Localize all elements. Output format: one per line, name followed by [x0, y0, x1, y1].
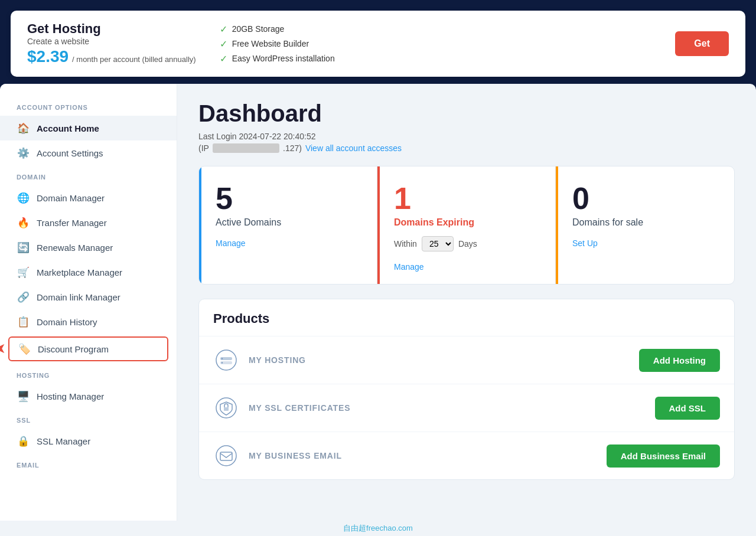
sidebar-item-ssl-manager[interactable]: 🔒 SSL Manager	[0, 429, 177, 453]
stat-card-domains-expiring: 1 Domains Expiring Within 25 30 60 90 Da…	[377, 166, 556, 284]
domains-sale-setup-link[interactable]: Set Up	[572, 238, 598, 248]
hosting-icon: 🖥️	[17, 390, 30, 403]
ip-line: (IP ███████████ .127) View all account a…	[198, 143, 735, 153]
watermark: 自由超freechao.com	[0, 521, 756, 536]
hosting-label: HOSTING	[0, 364, 177, 384]
email-product-label: MY BUSINESS EMAIL	[249, 451, 597, 460]
products-title: Products	[199, 299, 734, 336]
active-domains-label: Active Domains	[216, 217, 360, 228]
ip-address-blurred: ███████████	[213, 143, 279, 153]
promo-feature-label-2: Free Website Builder	[232, 39, 309, 48]
stats-row: 5 Active Domains Manage 1 Domains Expiri…	[198, 166, 735, 285]
sidebar-item-account-home[interactable]: 🏠 Account Home	[0, 116, 177, 140]
ssl-label: SSL	[0, 408, 177, 429]
last-login-label: Last Login	[198, 132, 237, 141]
ip-label: (IP	[198, 143, 209, 153]
main-container: ACCOUNT OPTIONS 🏠 Account Home ⚙️ Accoun…	[0, 84, 756, 521]
promo-feature-1: ✓ 20GB Storage	[220, 24, 652, 35]
active-domains-number: 5	[216, 183, 360, 214]
add-hosting-button[interactable]: Add Hosting	[639, 349, 720, 372]
add-ssl-button[interactable]: Add SSL	[655, 397, 721, 420]
within-days-select[interactable]: 25 30 60 90	[422, 236, 454, 251]
promo-title: Get Hosting	[27, 21, 196, 37]
ssl-product-label: MY SSL CERTIFICATES	[249, 403, 646, 413]
domain-label: DOMAIN	[0, 165, 177, 185]
renewals-icon: 🔄	[17, 241, 30, 254]
email-label: EMAIL	[0, 453, 177, 473]
view-accesses-link[interactable]: View all account accesses	[305, 143, 402, 153]
home-icon: 🏠	[17, 122, 30, 135]
domains-expiring-number: 1	[394, 183, 539, 214]
domains-sale-number: 0	[572, 183, 718, 214]
discount-program-wrapper: 🏷️ Discount Program ➤	[0, 336, 177, 361]
promo-price: $2.39 / month per account (billed annual…	[27, 47, 196, 66]
hosting-product-icon	[213, 347, 239, 373]
domain-manager-label: Domain Manager	[37, 193, 105, 203]
within-label: Within	[394, 239, 417, 249]
account-home-label: Account Home	[37, 123, 99, 133]
promo-subtitle: Create a website	[27, 37, 196, 46]
renewals-manager-label: Renewals Manager	[37, 243, 113, 253]
promo-get-button[interactable]: Get	[675, 31, 729, 56]
sidebar-item-hosting-manager[interactable]: 🖥️ Hosting Manager	[0, 384, 177, 408]
sidebar-item-renewals-manager[interactable]: 🔄 Renewals Manager	[0, 235, 177, 260]
promo-features: ✓ 20GB Storage ✓ Free Website Builder ✓ …	[220, 24, 652, 64]
transfer-icon: 🔥	[17, 216, 30, 229]
promo-left: Get Hosting Create a website $2.39 / mon…	[27, 21, 196, 66]
products-section: Products MY HOSTING Add Hosting	[198, 299, 735, 480]
promo-banner: Get Hosting Create a website $2.39 / mon…	[11, 11, 745, 77]
last-login-time: 2024-07-22 20:40:52	[239, 132, 316, 141]
within-selector: Within 25 30 60 90 Days	[394, 236, 539, 251]
ssl-manager-label: SSL Manager	[37, 436, 90, 446]
promo-feature-label-3: Easy WordPress installation	[232, 54, 335, 63]
stat-card-domains-for-sale: 0 Domains for sale Set Up	[556, 166, 734, 284]
discount-icon: 🏷️	[18, 342, 31, 355]
promo-amount: $2.39	[27, 47, 69, 66]
product-row-hosting: MY HOSTING Add Hosting	[199, 336, 734, 384]
promo-feature-3: ✓ Easy WordPress installation	[220, 53, 652, 64]
add-business-email-button[interactable]: Add Business Email	[607, 445, 720, 468]
svg-rect-9	[220, 452, 232, 460]
history-icon: 📋	[17, 315, 30, 328]
hosting-manager-label: Hosting Manager	[37, 391, 104, 401]
sidebar-item-domain-history[interactable]: 📋 Domain History	[0, 309, 177, 334]
domain-link-manager-label: Domain link Manager	[37, 292, 120, 302]
promo-feature-2: ✓ Free Website Builder	[220, 38, 652, 50]
account-options-label: ACCOUNT OPTIONS	[0, 96, 177, 116]
link-icon: 🔗	[17, 290, 30, 303]
lock-icon: 🔒	[17, 434, 30, 447]
svg-point-8	[216, 446, 236, 466]
hosting-product-label: MY HOSTING	[249, 355, 630, 365]
sidebar-item-account-settings[interactable]: ⚙️ Account Settings	[0, 140, 177, 165]
marketplace-manager-label: Marketplace Manager	[37, 267, 122, 277]
red-arrow-annotation: ➤	[0, 341, 6, 357]
settings-icon: ⚙️	[17, 146, 30, 159]
product-row-email: MY BUSINESS EMAIL Add Business Email	[199, 432, 734, 479]
svg-point-5	[221, 362, 223, 363]
transfer-manager-label: Transfer Manager	[37, 218, 107, 228]
check-icon-3: ✓	[220, 53, 227, 64]
product-row-ssl: MY SSL CERTIFICATES Add SSL	[199, 384, 734, 432]
check-icon-2: ✓	[220, 38, 227, 50]
sidebar-item-domain-link-manager[interactable]: 🔗 Domain link Manager	[0, 285, 177, 309]
page-title: Dashboard	[198, 100, 735, 127]
last-login-info: Last Login 2024-07-22 20:40:52	[198, 132, 735, 141]
sidebar-item-transfer-manager[interactable]: 🔥 Transfer Manager	[0, 210, 177, 235]
main-content: Dashboard Last Login 2024-07-22 20:40:52…	[177, 84, 756, 521]
svg-point-4	[221, 358, 223, 359]
domain-manager-icon: 🌐	[17, 191, 30, 204]
domain-history-label: Domain History	[37, 317, 97, 327]
sidebar: ACCOUNT OPTIONS 🏠 Account Home ⚙️ Accoun…	[0, 84, 177, 521]
sidebar-item-domain-manager[interactable]: 🌐 Domain Manager	[0, 185, 177, 210]
sidebar-item-marketplace-manager[interactable]: 🛒 Marketplace Manager	[0, 260, 177, 285]
promo-per: / month per account (billed annually)	[72, 55, 196, 64]
promo-feature-label-1: 20GB Storage	[232, 24, 285, 34]
days-label: Days	[458, 239, 477, 249]
active-domains-manage-link[interactable]: Manage	[216, 238, 246, 248]
domains-expiring-manage-link[interactable]: Manage	[394, 262, 424, 272]
sidebar-item-discount-program[interactable]: 🏷️ Discount Program	[8, 336, 168, 361]
discount-program-label: Discount Program	[38, 344, 109, 354]
ip-suffix: .127)	[283, 143, 302, 153]
account-settings-label: Account Settings	[37, 148, 103, 158]
ssl-product-icon	[213, 395, 239, 421]
